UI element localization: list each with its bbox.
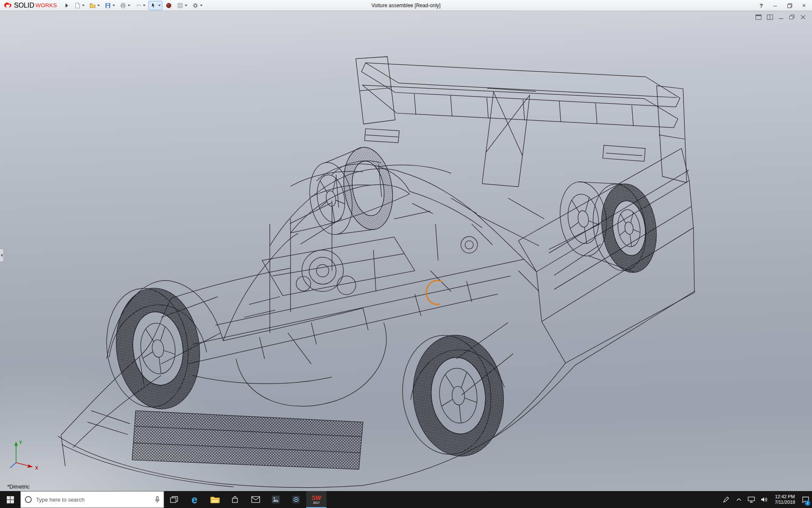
orientation-triad: Y X — [3, 436, 46, 477]
options-button[interactable] — [190, 1, 204, 10]
app-icon-edge[interactable]: e — [184, 491, 205, 508]
notification-badge: 2 — [805, 500, 810, 506]
dropdown-caret — [112, 5, 115, 6]
window-controls: ? – × — [756, 0, 809, 11]
media-player-icon — [292, 496, 300, 503]
menu-flyout-arrow[interactable] — [66, 3, 68, 8]
solidworks-taskbar-icon: SW 2017 — [312, 495, 321, 504]
app-icon-solidworks[interactable]: SW 2017 — [306, 491, 326, 508]
solidworks-logo: SOLIDWORKS — [0, 2, 60, 9]
document-window-controls — [755, 14, 806, 20]
open-button[interactable] — [88, 1, 102, 10]
document-title: Voiture assemblee [Read-only] — [371, 3, 440, 8]
print-icon — [120, 2, 126, 9]
new-document-icon — [74, 2, 81, 9]
dropdown-caret — [82, 5, 85, 6]
doc-close-button[interactable] — [800, 14, 806, 20]
cortana-icon — [24, 495, 33, 504]
show-hidden-icons-button[interactable] — [732, 491, 745, 508]
chevron-up-icon — [736, 498, 741, 501]
graphics-area[interactable]: Y X *Dimetric — [0, 11, 812, 491]
tray-icon-network[interactable] — [745, 491, 758, 508]
system-tray: 12:42 PM 7/11/2018 2 — [720, 491, 812, 508]
new-document-button[interactable] — [72, 1, 86, 10]
dropdown-caret — [143, 5, 145, 6]
task-view-icon — [170, 496, 178, 504]
search-input[interactable] — [36, 497, 151, 503]
microphone-icon[interactable] — [154, 496, 160, 503]
file-explorer-icon — [210, 496, 220, 503]
tray-icon-pen[interactable] — [720, 491, 732, 508]
ds-logo-icon — [3, 2, 13, 9]
view-orientation-label: *Dimetric — [7, 483, 30, 490]
doc-window-button-1[interactable] — [755, 14, 762, 20]
mail-envelope-icon — [251, 496, 260, 503]
help-button[interactable]: ? — [756, 3, 766, 9]
app-icon-store[interactable] — [225, 491, 245, 508]
app-icon-media[interactable] — [286, 491, 306, 508]
taskbar: e SW 2017 — [0, 491, 812, 508]
wireframe-model[interactable] — [0, 11, 812, 491]
app-icon-file-explorer[interactable] — [205, 491, 225, 508]
close-button[interactable]: × — [798, 1, 809, 10]
dropdown-caret — [158, 5, 161, 6]
x-axis-label: X — [35, 465, 38, 470]
restore-icon — [787, 3, 792, 8]
save-icon — [104, 2, 111, 9]
tray-icon-volume[interactable] — [758, 491, 771, 508]
properties-grid-icon — [177, 2, 184, 9]
select-cursor-icon — [150, 2, 157, 9]
select-button[interactable] — [148, 1, 162, 10]
task-view-button[interactable] — [164, 491, 184, 508]
speaker-icon — [760, 497, 768, 502]
doc-minimize-button[interactable] — [778, 14, 784, 20]
z-axis-stub — [10, 463, 16, 468]
dropdown-caret — [128, 5, 130, 6]
edge-icon: e — [192, 494, 198, 505]
undo-button[interactable] — [133, 1, 147, 10]
taskbar-clock[interactable]: 12:42 PM 7/11/2018 — [771, 491, 799, 508]
open-folder-icon — [89, 2, 96, 9]
chevron-left-icon — [1, 254, 3, 257]
undo-icon — [135, 2, 142, 9]
windows-logo-icon — [7, 496, 14, 503]
edit-appearance-button[interactable] — [164, 1, 174, 10]
clock-date: 7/11/2018 — [775, 500, 795, 505]
appearance-sphere-icon — [165, 2, 172, 9]
file-properties-button[interactable] — [175, 1, 189, 10]
app-icon-mail[interactable] — [245, 491, 266, 508]
y-axis-label: Y — [19, 440, 22, 445]
save-button[interactable] — [103, 1, 117, 10]
dropdown-caret — [97, 5, 100, 6]
feature-pane-flyout-tab[interactable] — [0, 248, 4, 262]
y-axis-arrow — [14, 442, 18, 446]
print-button[interactable] — [118, 1, 132, 10]
titlebar: SOLIDWORKS — [0, 0, 812, 11]
solidworks-window: SOLIDWORKS — [0, 0, 812, 508]
start-button[interactable] — [0, 491, 20, 508]
pen-icon — [723, 497, 729, 503]
doc-restore-button[interactable] — [789, 14, 795, 20]
network-icon — [748, 497, 755, 503]
restore-button[interactable] — [784, 1, 795, 10]
car-wireframe — [58, 57, 695, 488]
minimize-button[interactable]: – — [770, 1, 781, 10]
taskbar-search[interactable] — [20, 491, 164, 508]
dropdown-caret — [200, 5, 203, 6]
dropdown-caret — [185, 5, 187, 6]
x-axis-arrow — [27, 464, 33, 468]
quick-toolbar — [72, 1, 204, 10]
store-bag-icon — [231, 496, 239, 504]
clock-time: 12:42 PM — [775, 494, 795, 500]
photos-icon — [272, 496, 280, 503]
brand-text-works: WORKS — [36, 2, 57, 8]
gear-icon — [192, 2, 199, 9]
action-center-button[interactable]: 2 — [799, 491, 812, 508]
app-icon-photos[interactable] — [266, 491, 286, 508]
doc-window-button-2[interactable] — [767, 14, 773, 20]
brand-text-solid: SOLID — [14, 2, 34, 9]
